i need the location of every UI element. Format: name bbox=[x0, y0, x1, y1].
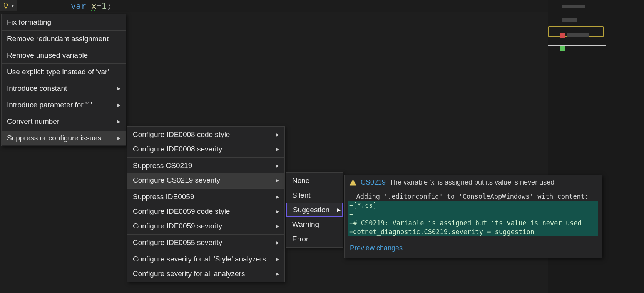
chevron-right-icon: ▶ bbox=[276, 178, 279, 183]
menu-item[interactable]: Suppress CS0219▶ bbox=[127, 158, 284, 173]
svg-rect-0 bbox=[353, 181, 353, 183]
chevron-right-icon: ▶ bbox=[276, 194, 279, 200]
menu-item-label: Use explicit type instead of 'var' bbox=[7, 68, 109, 76]
caret-down-icon: ▼ bbox=[11, 4, 15, 8]
lightbulb-icon bbox=[2, 2, 9, 9]
menu-item-label: Remove redundant assignment bbox=[7, 35, 109, 43]
menu-item-label: Convert number bbox=[7, 117, 59, 126]
menu-item[interactable]: Convert number▶ bbox=[2, 114, 126, 129]
menu-item-label: Remove unused variable bbox=[7, 51, 88, 60]
chevron-right-icon: ▶ bbox=[276, 256, 279, 262]
severity-option[interactable]: Suggestion▶ bbox=[286, 203, 343, 217]
diff-added-line: + bbox=[348, 210, 598, 219]
menu-item-label: Configure severity for all 'Style' analy… bbox=[133, 255, 266, 263]
suppress-configure-submenu: Configure IDE0008 code style▶Configure I… bbox=[127, 126, 285, 282]
minimap-mark bbox=[567, 33, 589, 37]
lightbulb-button[interactable]: ▼ bbox=[0, 0, 17, 11]
menu-item-label: Configure IDE0055 severity bbox=[133, 238, 222, 247]
preview-header: CS0219 The variable 'x' is assigned but … bbox=[345, 175, 602, 190]
menu-item-label: Configure severity for all analyzers bbox=[133, 270, 245, 278]
menu-item[interactable]: Configure IDE0055 severity▶ bbox=[127, 235, 284, 250]
chevron-right-icon: ▶ bbox=[337, 207, 341, 213]
diff-added-line: +dotnet_diagnostic.CS0219.severity = sug… bbox=[348, 228, 598, 236]
severity-submenu: NoneSilentSuggestion▶WarningError bbox=[286, 172, 343, 248]
chevron-right-icon: ▶ bbox=[276, 132, 279, 137]
severity-option[interactable]: Error bbox=[286, 232, 343, 246]
menu-item-label: Suppress IDE0059 bbox=[133, 193, 194, 201]
menu-item-label: Fix formatting bbox=[7, 18, 51, 27]
menu-item-label: Configure IDE0059 severity bbox=[133, 222, 222, 230]
menu-item[interactable]: Remove unused variable bbox=[2, 48, 126, 63]
code-op: = bbox=[96, 1, 101, 11]
diff-added-line: +[*.cs] bbox=[348, 201, 598, 210]
code-keyword: var bbox=[71, 1, 86, 11]
diag-message: The variable 'x' is assigned but its val… bbox=[390, 178, 554, 186]
code-identifier: x bbox=[91, 1, 96, 11]
menu-item-label: Suppress or configure issues bbox=[7, 134, 101, 142]
menu-item[interactable]: Configure IDE0059 severity▶ bbox=[127, 219, 284, 233]
diag-code: CS0219 bbox=[361, 178, 386, 186]
chevron-right-icon: ▶ bbox=[117, 102, 120, 108]
menu-item-label: Warning bbox=[292, 220, 319, 229]
preview-pane: CS0219 The variable 'x' is assigned but … bbox=[344, 175, 602, 258]
chevron-right-icon: ▶ bbox=[276, 146, 279, 152]
minimap-error-dot bbox=[560, 33, 565, 38]
menu-item[interactable]: Introduce constant▶ bbox=[2, 81, 126, 96]
menu-item[interactable]: Configure IDE0059 code style▶ bbox=[127, 204, 284, 219]
menu-item-label: Configure CS0219 severity bbox=[133, 176, 220, 185]
menu-item-label: Silent bbox=[292, 191, 311, 200]
menu-item-label: Introduce constant bbox=[7, 84, 67, 93]
severity-option[interactable]: Silent bbox=[286, 188, 343, 203]
menu-item-label: Suppress CS0219 bbox=[133, 161, 192, 170]
menu-item-label: Configure IDE0008 code style bbox=[133, 130, 230, 139]
preview-changes-link[interactable]: Preview changes bbox=[345, 240, 602, 258]
menu-item-label: Introduce parameter for '1' bbox=[7, 101, 92, 109]
menu-item-label: Configure IDE0059 code style bbox=[133, 207, 230, 216]
chevron-right-icon: ▶ bbox=[276, 271, 279, 276]
severity-option[interactable]: Warning bbox=[286, 217, 343, 232]
menu-item[interactable]: Suppress IDE0059▶ bbox=[127, 190, 284, 204]
menu-item[interactable]: Configure severity for all analyzers▶ bbox=[127, 266, 284, 281]
severity-option[interactable]: None bbox=[286, 173, 343, 188]
menu-item[interactable]: Configure severity for all 'Style' analy… bbox=[127, 252, 284, 266]
diff-added-line: +# CS0219: Variable is assigned but its … bbox=[348, 219, 598, 228]
menu-item[interactable]: Configure CS0219 severity▶ bbox=[127, 173, 284, 188]
chevron-right-icon: ▶ bbox=[276, 223, 279, 229]
code-text[interactable]: var x = 1 ; bbox=[71, 1, 112, 11]
menu-item-label: Configure IDE0008 severity bbox=[133, 145, 222, 153]
chevron-right-icon: ▶ bbox=[276, 209, 279, 214]
menu-item[interactable]: Introduce parameter for '1'▶ bbox=[2, 98, 126, 112]
menu-item[interactable]: Configure IDE0008 severity▶ bbox=[127, 142, 284, 156]
chevron-right-icon: ▶ bbox=[117, 119, 120, 124]
chevron-right-icon: ▶ bbox=[276, 240, 279, 245]
minimap-ok-dot bbox=[560, 46, 565, 51]
menu-item[interactable]: Suppress or configure issues▶ bbox=[2, 131, 126, 145]
minimap-mark bbox=[562, 5, 585, 8]
chevron-right-icon: ▶ bbox=[117, 86, 120, 91]
code-literal: 1 bbox=[101, 1, 106, 11]
menu-item[interactable]: Configure IDE0008 code style▶ bbox=[127, 127, 284, 142]
code-terminator: ; bbox=[107, 1, 112, 11]
warning-icon bbox=[349, 179, 357, 186]
minimap-divider bbox=[548, 45, 606, 46]
menu-item[interactable]: Use explicit type instead of 'var' bbox=[2, 65, 126, 79]
chevron-right-icon: ▶ bbox=[276, 163, 279, 168]
menu-item[interactable]: Remove redundant assignment bbox=[2, 32, 126, 46]
diff-context: Adding '.editorconfig' to 'ConsoleAppWin… bbox=[348, 193, 589, 200]
chevron-right-icon: ▶ bbox=[117, 135, 120, 141]
gutter bbox=[17, 0, 71, 12]
menu-item[interactable]: Fix formatting bbox=[2, 15, 126, 30]
minimap-mark bbox=[562, 18, 577, 22]
svg-rect-1 bbox=[353, 184, 353, 185]
menu-item-label: Suggestion bbox=[293, 206, 330, 214]
menu-item-label: Error bbox=[292, 235, 308, 243]
quick-actions-menu: Fix formattingRemove redundant assignmen… bbox=[1, 14, 126, 146]
menu-item-label: None bbox=[292, 176, 309, 185]
preview-diff: Adding '.editorconfig' to 'ConsoleAppWin… bbox=[345, 190, 602, 240]
